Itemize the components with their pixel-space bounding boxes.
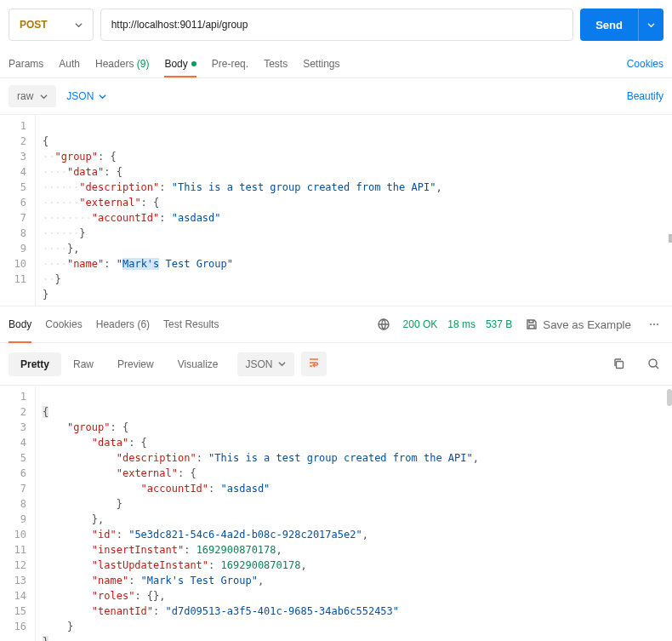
request-url-input[interactable] <box>100 9 574 41</box>
tab-body-label: Body <box>164 58 187 70</box>
request-body-editor[interactable]: 1234567891011 { ··"group": { ····"data":… <box>0 115 672 306</box>
svg-point-3 <box>657 323 658 325</box>
json-number: 1692900870178 <box>221 559 301 571</box>
cookies-link[interactable]: Cookies <box>627 58 663 70</box>
copy-response-button[interactable] <box>609 354 629 374</box>
json-number: 1692900870178 <box>196 544 276 556</box>
view-pretty[interactable]: Pretty <box>9 352 61 376</box>
chevron-down-icon <box>278 360 286 368</box>
response-code[interactable]: { "group": { "data": { "description": "T… <box>36 386 672 641</box>
json-key: "lastUpdateInstant" <box>92 559 208 571</box>
view-raw[interactable]: Raw <box>61 352 105 376</box>
json-key: "group" <box>54 151 98 163</box>
svg-rect-4 <box>617 362 624 369</box>
scroll-indicator <box>667 389 672 406</box>
globe-icon <box>378 318 390 330</box>
response-tab-headers[interactable]: Headers (6) <box>96 313 150 335</box>
send-button[interactable]: Send <box>580 9 638 41</box>
json-string: " <box>117 258 122 270</box>
tab-headers-count: (9) <box>137 58 150 70</box>
response-view-segments: Pretty Raw Preview Visualize <box>9 352 231 376</box>
save-example-label: Save as Example <box>543 318 631 331</box>
tab-body[interactable]: Body <box>164 51 196 77</box>
json-string: "This is a test group created from the A… <box>172 181 436 193</box>
json-key: "accountId" <box>141 483 208 495</box>
svg-point-5 <box>649 359 657 367</box>
tab-headers[interactable]: Headers (9) <box>95 51 149 77</box>
http-method-label: POST <box>20 19 48 31</box>
response-body-viewer[interactable]: 12345678910111213141516 { "group": { "da… <box>0 386 672 641</box>
json-key: "name" <box>92 575 128 587</box>
response-tab-body[interactable]: Body <box>9 313 31 335</box>
save-icon <box>526 318 538 330</box>
response-tab-tests[interactable]: Test Results <box>163 313 219 335</box>
json-key: "group" <box>67 421 111 433</box>
svg-point-2 <box>653 323 655 325</box>
response-tab-cookies[interactable]: Cookies <box>45 313 82 335</box>
send-options-button[interactable] <box>638 9 663 41</box>
view-preview[interactable]: Preview <box>105 352 166 376</box>
selection-highlight: Mark's <box>122 258 159 270</box>
search-icon <box>647 358 660 370</box>
json-string: "d7d09513-a3f5-401c-9685-34ab6c552453" <box>166 605 400 617</box>
json-string: "asdasd" <box>172 212 221 224</box>
json-key: "external" <box>79 197 140 209</box>
response-tab-headers-label: Headers <box>96 318 134 330</box>
json-string: "Mark's Test Group" <box>141 575 258 587</box>
response-time: 18 ms <box>447 318 476 330</box>
json-key: "accountId" <box>92 212 159 224</box>
json-string: "5e3dc821-54c6-4a2d-b08c-928c2017a5e2" <box>128 529 362 541</box>
network-icon[interactable] <box>374 315 393 334</box>
http-method-dropdown[interactable]: POST <box>9 9 94 41</box>
body-type-dropdown[interactable]: raw <box>9 85 56 107</box>
chevron-down-icon <box>647 21 655 29</box>
request-code[interactable]: { ··"group": { ····"data": { ······"desc… <box>36 115 672 306</box>
tab-headers-label: Headers <box>95 58 134 70</box>
scroll-indicator <box>669 234 672 243</box>
json-key: "name" <box>67 258 104 270</box>
json-string: Test Group" <box>159 258 233 270</box>
body-format-label: JSON <box>66 90 94 102</box>
chevron-down-icon <box>40 93 48 100</box>
response-format-label: JSON <box>246 358 273 370</box>
response-status: 200 OK <box>403 318 438 330</box>
tab-settings[interactable]: Settings <box>303 51 339 77</box>
wrap-lines-button[interactable] <box>301 352 327 376</box>
unsaved-dot-icon <box>191 61 196 66</box>
chevron-down-icon <box>75 21 83 29</box>
json-key: "description" <box>79 181 159 193</box>
tab-prereq[interactable]: Pre-req. <box>212 51 248 77</box>
beautify-link[interactable]: Beautify <box>627 90 663 102</box>
response-gutter: 12345678910111213141516 <box>0 386 36 641</box>
response-tab-headers-count: (6) <box>137 318 150 330</box>
view-visualize[interactable]: Visualize <box>166 352 231 376</box>
svg-point-1 <box>650 323 652 325</box>
json-key: "roles" <box>92 590 135 602</box>
json-key: "data" <box>92 437 128 449</box>
json-string: "asdasd" <box>221 483 271 495</box>
wrap-icon <box>308 357 320 369</box>
body-format-dropdown[interactable]: JSON <box>66 90 106 102</box>
json-key: "insertInstant" <box>92 544 184 556</box>
tab-tests[interactable]: Tests <box>264 51 288 77</box>
response-format-dropdown[interactable]: JSON <box>237 352 294 376</box>
json-key: "description" <box>117 452 196 464</box>
body-type-label: raw <box>17 90 33 102</box>
request-gutter: 1234567891011 <box>0 115 36 306</box>
save-example-button[interactable]: Save as Example <box>522 315 635 335</box>
chevron-down-icon <box>99 93 106 100</box>
more-actions-button[interactable] <box>645 315 663 334</box>
response-size: 537 B <box>486 318 512 330</box>
json-key: "data" <box>67 166 104 178</box>
tab-auth[interactable]: Auth <box>59 51 80 77</box>
json-key: "id" <box>92 529 117 541</box>
ellipsis-icon <box>648 318 660 330</box>
search-response-button[interactable] <box>644 354 663 374</box>
tab-params[interactable]: Params <box>9 51 43 77</box>
json-key: "tenantId" <box>92 605 153 617</box>
json-string: "This is a test group created from the A… <box>208 452 473 464</box>
json-key: "external" <box>117 467 178 479</box>
copy-icon <box>612 358 625 370</box>
